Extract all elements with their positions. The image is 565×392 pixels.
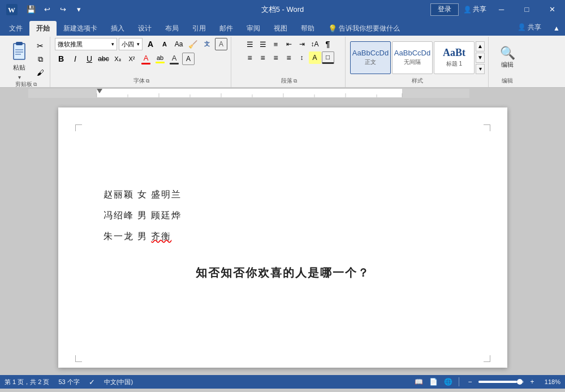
show-marks-btn[interactable]: ¶ [322,38,334,50]
document-area: 赵丽颖 女 盛明兰 冯绍峰 男 顾廷烨 朱一龙 男 齐衡 知否知否你欢喜的人是哪… [0,99,565,375]
customize-qa-btn[interactable]: ▾ [71,2,86,17]
align-right-btn[interactable]: ≡ [270,51,282,64]
style-normal[interactable]: AaBbCcDd 正文 [350,41,391,74]
bold-btn[interactable]: B [55,53,67,65]
ribbon-right-actions: 👤 共享 ▲ [511,20,565,36]
zoom-level[interactable]: 118% [541,378,560,385]
superscript-btn[interactable]: X² [126,53,138,65]
web-view-btn[interactable]: 🌐 [442,377,454,387]
tab-file[interactable]: 文件 [2,21,29,36]
doc-line-1[interactable]: 赵丽颖 女 盛明兰 [103,187,462,203]
style-heading1[interactable]: AaBt 标题 1 [434,41,475,74]
style-no-spacing[interactable]: AaBbCcDd 无间隔 [392,41,433,74]
tab-new[interactable]: 新建选项卡 [57,21,104,36]
find-replace-btn[interactable]: 🔍 编辑 [493,40,521,76]
redo-qa-btn[interactable]: ↪ [55,2,70,17]
format-painter-button[interactable]: 🖌 [34,67,46,79]
language[interactable]: 中文(中国) [104,378,133,386]
zoom-out-btn[interactable]: − [464,377,476,387]
tab-layout[interactable]: 布局 [158,21,186,36]
font-name-selector[interactable]: 微软推黑 ▾ [55,38,117,50]
save-qa-btn[interactable]: 💾 [24,2,38,17]
tab-ref[interactable]: 引用 [186,21,213,36]
paste-icon [9,41,29,63]
font-border-btn[interactable]: A [182,53,195,65]
tab-mail[interactable]: 邮件 [213,21,240,36]
paste-button[interactable]: 粘贴 [6,38,33,74]
svg-rect-6 [15,54,21,55]
tab-help[interactable]: 帮助 [294,21,321,36]
numbering-btn[interactable]: ☰ [257,38,269,50]
subscript-btn[interactable]: X₂ [111,53,124,65]
maximize-button[interactable]: □ [514,0,540,19]
tab-home[interactable]: 开始 [29,21,57,36]
italic-btn[interactable]: I [69,53,81,65]
line-spacing-btn[interactable]: ↕ [296,51,308,64]
indent-increase-btn[interactable]: ⇥ [296,38,308,50]
document-page[interactable]: 赵丽颖 女 盛明兰 冯绍峰 男 顾廷烨 朱一龙 男 齐衡 知否知否你欢喜的人是哪… [58,107,507,368]
font-color-text-btn[interactable]: A [140,53,152,65]
styles-scroll: ▲ ▼ ▾ [476,41,485,74]
styles-group: AaBbCcDd 正文 AaBbCcDd 无间隔 AaBt 标题 1 ▲ ▼ ▾ [347,37,489,87]
bullet-list-btn[interactable]: ☰ [244,38,256,50]
font-grow-btn[interactable]: A [144,38,157,50]
font-dropdown-icon: ▾ [111,41,114,47]
tab-review[interactable]: 审阅 [240,21,267,36]
border-para-btn[interactable]: □ [322,51,334,64]
font-expand-icon[interactable]: ⧉ [146,78,149,84]
clipboard-expand-icon[interactable]: ⧉ [33,81,37,88]
para-expand-icon[interactable]: ⧉ [294,78,297,84]
status-left: 第 1 页，共 2 页 53 个字 ✓ 中文(中国) [5,378,133,386]
tab-search[interactable]: 💡 告诉我你想要做什么 [321,21,407,36]
paragraph-content: ☰ ☰ ≡ ⇤ ⇥ ↕A ¶ ≡ ≡ ≡ ≡ ↕ A □ [244,38,334,77]
tab-view[interactable]: 视图 [267,21,294,36]
tab-design[interactable]: 设计 [131,21,158,36]
underline-btn[interactable]: U [83,53,96,65]
tab-insert[interactable]: 插入 [104,21,131,36]
ribbon-tabs-main: 文件 开始 新建选项卡 插入 设计 布局 引用 邮件 审阅 视图 帮助 💡 告诉… [2,21,407,36]
shading-btn[interactable]: A [309,51,321,64]
zoom-slider[interactable] [478,381,524,383]
font-row2: B I U abc X₂ X² A ab [55,53,195,65]
styles-scroll-down[interactable]: ▼ [476,53,485,63]
spell-check-icon[interactable]: ✓ [89,378,95,386]
para-row2: ≡ ≡ ≡ ≡ ↕ A □ [244,51,334,64]
doc-bold-line[interactable]: 知否知否你欢喜的人是哪一个？ [103,261,462,284]
justify-btn[interactable]: ≡ [283,51,295,64]
clear-format-btn[interactable]: 🧹 [187,38,199,50]
cut-button[interactable]: ✂ [34,40,46,52]
font-size-selector[interactable]: 小四 ▾ [119,38,143,50]
paste-dropdown-btn[interactable]: ▾ [18,74,21,80]
undo-qa-btn[interactable]: ↩ [40,2,54,17]
align-center-btn[interactable]: ≡ [257,51,269,64]
ribbon-collapse-btn[interactable]: ▲ [550,22,563,35]
font-shrink-btn[interactable]: A [158,38,171,50]
multilevel-list-btn[interactable]: ≡ [270,38,282,50]
align-left-btn[interactable]: ≡ [244,51,256,64]
minimize-button[interactable]: ─ [489,0,514,19]
clipboard-content: 粘贴 ▾ ✂ ⧉ 🖌 [6,38,46,80]
indent-decrease-btn[interactable]: ⇤ [283,38,295,50]
styles-scroll-up[interactable]: ▲ [476,41,485,51]
ruler[interactable] [28,89,469,98]
login-button[interactable]: 登录 [430,3,459,16]
read-view-btn[interactable]: 📖 [412,377,425,387]
doc-line-2[interactable]: 冯绍峰 男 顾廷烨 [103,208,462,224]
share-tab-btn[interactable]: 👤 共享 [511,20,548,35]
close-button[interactable]: ✕ [540,0,565,19]
copy-button[interactable]: ⧉ [34,53,46,66]
pinyin-btn[interactable]: 文 [201,38,213,50]
svg-rect-5 [15,51,23,53]
border-font-btn[interactable]: A [215,38,227,50]
font-shading-btn[interactable]: A [168,53,180,65]
font-case-btn[interactable]: Aa [172,38,185,50]
doc-line-3[interactable]: 朱一龙 男 齐衡 [103,229,462,245]
styles-expand-btn[interactable]: ▾ [476,64,485,74]
highlight-btn[interactable]: ab [154,53,166,65]
print-view-btn[interactable]: 📄 [427,377,439,387]
doc-line-3-text1: 朱一龙 男 [103,231,148,241]
strikethrough-btn[interactable]: abc [97,53,110,65]
styles-content: AaBbCcDd 正文 AaBbCcDd 无间隔 AaBt 标题 1 ▲ ▼ ▾ [350,38,485,77]
sort-btn[interactable]: ↕A [309,38,321,50]
zoom-in-btn[interactable]: + [526,377,538,387]
